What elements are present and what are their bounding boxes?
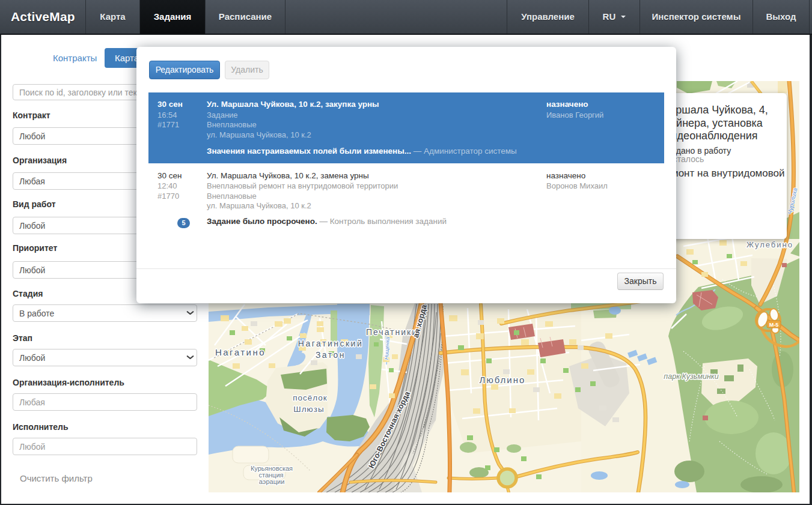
svg-text:Шлюзы: Шлюзы: [293, 405, 324, 414]
svg-text:Нагатинский: Нагатинский: [298, 339, 363, 348]
svg-text:М-5: М-5: [769, 322, 779, 328]
svg-text:аэрации: аэрации: [259, 478, 285, 485]
svg-text:Нищенка: Нищенка: [383, 337, 391, 360]
svg-text:Печатники: Печатники: [366, 327, 418, 337]
svg-text:посёлок: посёлок: [293, 393, 328, 402]
svg-text:парк Кузьминки: парк Кузьминки: [664, 372, 718, 381]
svg-text:Люблино: Люблино: [480, 375, 526, 385]
svg-text:Нагатино: Нагатино: [215, 347, 266, 357]
svg-text:Жулебино: Жулебино: [746, 240, 793, 249]
svg-text:Затон: Затон: [316, 350, 346, 360]
